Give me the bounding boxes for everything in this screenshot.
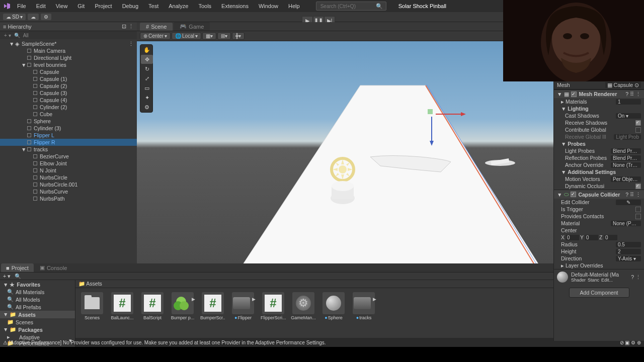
hierarchy-item[interactable]: Capsule bbox=[0, 68, 137, 75]
hierarchy-item[interactable]: Cylinder (2) bbox=[0, 104, 137, 111]
sd-button[interactable]: ☁ SD ▾ bbox=[3, 14, 26, 20]
asset-item[interactable]: ▶Bumper p... bbox=[170, 292, 195, 320]
material-preview[interactable]: Default-Material (Ma Shader Stanc Edit..… bbox=[554, 269, 644, 285]
layer-overrides-row[interactable]: ▸ Layer Overrides bbox=[554, 262, 644, 269]
hierarchy-item[interactable]: NurbsCurve bbox=[0, 188, 137, 195]
phys-material-row[interactable]: MaterialNone (Phy ⊙ bbox=[554, 220, 644, 227]
menu-debug[interactable]: Debug bbox=[118, 3, 142, 9]
rect-tool[interactable]: ▭ bbox=[141, 83, 153, 93]
hierarchy-item[interactable]: ▼level bounries bbox=[0, 61, 137, 68]
contribute-global-row[interactable]: Contribute Global bbox=[554, 126, 644, 133]
provides-contacts-row[interactable]: Provides Contacts bbox=[554, 213, 644, 220]
direction-row[interactable]: DirectionY-Axis ▾ bbox=[554, 255, 644, 262]
probes-hdr[interactable]: ▼ Probes bbox=[554, 140, 644, 147]
asset-item[interactable]: #BalScript bbox=[140, 292, 165, 320]
height-row[interactable]: Height2 bbox=[554, 248, 644, 255]
menu-project[interactable]: Project bbox=[91, 3, 116, 9]
radius-row[interactable]: Radius0.5 bbox=[554, 241, 644, 248]
snap-btn[interactable]: ⊞▾ bbox=[217, 32, 231, 40]
move-tool[interactable]: ✥ bbox=[141, 55, 153, 64]
asset-item[interactable]: ▶●tracks bbox=[351, 292, 376, 320]
settings-button[interactable]: ⚙ bbox=[41, 14, 51, 20]
light-probes-row[interactable]: Light ProbesBlend Prob▾ bbox=[554, 147, 644, 154]
menu-tools[interactable]: Tools bbox=[194, 3, 215, 9]
pivot-dropdown[interactable]: ⊕Center▾ bbox=[140, 32, 171, 40]
assets-scenes[interactable]: 📁 Scenes bbox=[0, 318, 75, 326]
mesh-renderer-hdr[interactable]: ▼▦Mesh Renderer? ⠿ ⋮ bbox=[554, 89, 644, 98]
menu-view[interactable]: View bbox=[52, 3, 72, 9]
favorites-hdr[interactable]: ▼ ★ Favorites bbox=[0, 281, 75, 288]
fav-prefabs[interactable]: 🔍 All Prefabs bbox=[0, 303, 75, 311]
tab-project[interactable]: ■ Project bbox=[1, 263, 34, 272]
hierarchy-item[interactable]: NurbsPath bbox=[0, 195, 137, 202]
hierarchy-item[interactable]: BezierCurve bbox=[0, 153, 137, 160]
menu-help[interactable]: Help bbox=[284, 3, 304, 9]
local-dropdown[interactable]: 🌐Local▾ bbox=[172, 32, 201, 40]
hierarchy-item[interactable]: Cube bbox=[0, 111, 137, 118]
asset-item[interactable]: #BumperScr... bbox=[200, 292, 225, 320]
add-component-button[interactable]: Add Component bbox=[569, 288, 629, 298]
inc-btn[interactable]: ╋▾ bbox=[232, 32, 245, 40]
scene-root[interactable]: ▼◈SampleScene* ⋮ bbox=[0, 40, 137, 47]
hierarchy-menu-icon[interactable]: ⊡ bbox=[122, 23, 126, 30]
cloud-sync-button[interactable]: ☁ bbox=[28, 14, 39, 20]
tab-scene[interactable]: #Scene bbox=[140, 23, 173, 31]
reflection-probes-row[interactable]: Reflection ProbesBlend Prob▾ bbox=[554, 154, 644, 161]
motion-vectors-row[interactable]: Motion VectorsPer Object▾ bbox=[554, 175, 644, 183]
hierarchy-more-icon[interactable]: ⋮ bbox=[128, 23, 134, 30]
add-icon[interactable]: + ▾ bbox=[4, 33, 11, 38]
is-trigger-row[interactable]: Is Trigger bbox=[554, 206, 644, 213]
menu-git[interactable]: Git bbox=[73, 3, 89, 9]
menu-analyze[interactable]: Analyze bbox=[165, 3, 192, 9]
hierarchy-filter[interactable]: + ▾ 🔍 All bbox=[0, 31, 137, 39]
hierarchy-item[interactable]: Capsule (1) bbox=[0, 75, 137, 82]
search-input[interactable] bbox=[320, 4, 376, 9]
anchor-override-row[interactable]: Anchor OverrideNone (Tra ⊙ bbox=[554, 161, 644, 168]
edit-collider-row[interactable]: Edit Collider✎ bbox=[554, 199, 644, 206]
scale-tool[interactable]: ⤢ bbox=[141, 74, 153, 83]
asset-item[interactable]: ●Sphere bbox=[321, 292, 346, 320]
asset-item[interactable]: #FlipperScri... bbox=[261, 292, 286, 320]
hierarchy-item[interactable]: Main Camera bbox=[0, 47, 137, 54]
custom-tool[interactable]: ⚙ bbox=[141, 103, 153, 112]
capsule-collider-hdr[interactable]: ▼⬭Capsule Collider? ⠿ ⋮ bbox=[554, 190, 644, 199]
lighting-hdr[interactable]: ▼ Lighting bbox=[554, 105, 644, 112]
hierarchy-item[interactable]: Cylinder (3) bbox=[0, 125, 137, 132]
menu-test[interactable]: Test bbox=[144, 3, 163, 9]
hand-tool[interactable]: ✋ bbox=[141, 45, 153, 54]
hierarchy-item[interactable]: Sphere bbox=[0, 118, 137, 125]
search-box[interactable]: 🔍 bbox=[316, 2, 386, 11]
fav-materials[interactable]: 🔍 All Materials bbox=[0, 288, 75, 296]
hierarchy-item[interactable]: Capsule (2) bbox=[0, 82, 137, 89]
transform-tool[interactable]: ✦ bbox=[141, 93, 153, 102]
hierarchy-item[interactable]: N Joint bbox=[0, 167, 137, 174]
receive-shadows-row[interactable]: Receive Shadows bbox=[554, 119, 644, 126]
asset-item[interactable]: ⚙GameMan... bbox=[291, 292, 316, 320]
center-xyz[interactable]: X0 Y0 Z0 bbox=[554, 234, 644, 241]
assets-hdr[interactable]: ▼ 📁 Assets bbox=[0, 311, 75, 318]
menu-extensions[interactable]: Extensions bbox=[217, 3, 253, 9]
rotate-tool[interactable]: ↻ bbox=[141, 64, 153, 73]
asset-item[interactable]: Scenes bbox=[79, 292, 105, 320]
scene-menu-icon[interactable]: ⋮ bbox=[128, 41, 134, 47]
menu-window[interactable]: Window bbox=[255, 3, 282, 9]
hierarchy-item[interactable]: ▼tracks bbox=[0, 146, 137, 153]
dynamic-occlusion-row[interactable]: Dynamic Occlusi bbox=[554, 183, 644, 190]
tab-game[interactable]: 🎮Game bbox=[174, 22, 210, 31]
edit-shader-btn[interactable]: Edit... bbox=[601, 278, 613, 283]
menu-file[interactable]: File bbox=[13, 3, 30, 9]
menu-edit[interactable]: Edit bbox=[32, 3, 50, 9]
asset-item[interactable]: ▶●Flipper bbox=[230, 292, 256, 320]
cast-shadows-row[interactable]: Cast ShadowsOn ▾ bbox=[554, 112, 644, 119]
materials-row[interactable]: ▸ Materials1 bbox=[554, 98, 644, 105]
hierarchy-item[interactable]: NurbsCircle bbox=[0, 174, 137, 181]
hierarchy-item[interactable]: Capsule (3) bbox=[0, 89, 137, 97]
hierarchy-item[interactable]: Flipper R bbox=[0, 139, 137, 146]
additional-hdr[interactable]: ▼ Additional Settings bbox=[554, 168, 644, 175]
grid-btn[interactable]: ▦▾ bbox=[202, 32, 216, 40]
hierarchy-item[interactable]: Capsule (4) bbox=[0, 97, 137, 104]
hierarchy-item[interactable]: Elbow Joint bbox=[0, 160, 137, 167]
fav-models[interactable]: 🔍 All Models bbox=[0, 296, 75, 303]
hierarchy-item[interactable]: NurbsCircle.001 bbox=[0, 181, 137, 188]
hierarchy-item[interactable]: Flipper L bbox=[0, 132, 137, 139]
